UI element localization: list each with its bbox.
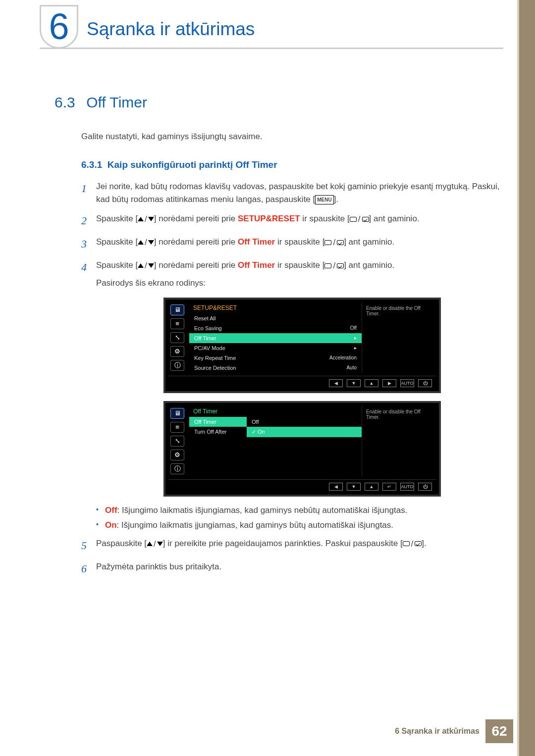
t: ] norėdami pereiti prie — [154, 237, 238, 247]
t: ir spauskite [ — [275, 260, 324, 270]
step-text: Spauskite [ / ] norėdami pereiti prie Of… — [96, 259, 500, 290]
gear-icon: ⚙ — [170, 450, 184, 460]
step-number: 1 — [81, 180, 96, 205]
keyword: Off — [105, 505, 117, 515]
osd-row: Turn Off After — [189, 427, 247, 437]
osd-nav-bar: ◀▼▲▶AUTO⏻ — [168, 376, 436, 388]
osd-dropdown: Off✓ On — [247, 417, 362, 437]
monitor-icon: 🖥 — [170, 304, 184, 315]
osd-sidebar: 🖥 ≡ ⤡ ⚙ ⓘ — [168, 406, 189, 476]
osd-row: Source DetectionAuto — [189, 363, 362, 373]
steps-list-2: 5 Paspauskite [ / ] ir pereikite prie pa… — [81, 537, 500, 577]
side-stripe — [519, 0, 535, 756]
step-3: 3 Spauskite [ / ] norėdami pereiti prie … — [81, 236, 500, 252]
t: ] norėdami pereiti prie — [154, 214, 238, 223]
page-footer: 6 Sąranka ir atkūrimas 62 — [395, 719, 513, 743]
up-down-icon: / — [138, 236, 154, 249]
gear-icon: ⚙ — [170, 346, 184, 357]
osd-title: SETUP&RESET — [189, 302, 362, 313]
osd-nav-button: ▲ — [365, 379, 378, 387]
step1-text-a: Jei norite, kad būtų rodomas klavišų vad… — [96, 182, 500, 204]
osd-nav-button: ◀ — [329, 483, 343, 491]
content: 6.3 Off Timer Galite nustatyti, kad gami… — [0, 59, 535, 577]
osd-panel: 🖥 ≡ ⤡ ⚙ ⓘ SETUP&RESET Reset AllEco Savin… — [163, 298, 441, 393]
bullet-text: : Išjungimo laikmatis įjungiamas, kad ga… — [117, 520, 393, 530]
up-down-icon: / — [138, 213, 154, 226]
bullet-on: • On: Išjungimo laikmatis įjungiamas, ka… — [96, 520, 500, 530]
select-icon: / — [324, 259, 344, 272]
step-number: 6 — [81, 560, 96, 577]
osd-panel: 🖥 ≡ ⤡ ⚙ ⓘ Off Timer Off TimerTurn Off Af… — [163, 401, 441, 497]
bullet-dot: • — [96, 505, 105, 515]
osd-nav-button: ⏻ — [418, 379, 432, 387]
header-rule — [40, 48, 503, 49]
keyword: SETUP&RESET — [238, 214, 300, 223]
chapter-title: Sąranka ir atkūrimas — [87, 19, 255, 40]
step-text: Jei norite, kad būtų rodomas klavišų vad… — [96, 180, 500, 205]
osd-nav-bar: ◀▼▲↵AUTO⏻ — [168, 479, 436, 492]
osd-row: Off Timer▸ — [189, 333, 362, 343]
osd-nav-button: AUTO — [400, 379, 414, 387]
osd-nav-button: AUTO — [400, 483, 414, 491]
osd-nav-button: ◀ — [329, 379, 343, 387]
osd-nav-button: ↵ — [382, 483, 396, 491]
osd-sidebar: 🖥 ≡ ⤡ ⚙ ⓘ — [168, 302, 189, 373]
keyword: On — [105, 520, 117, 530]
t: Spauskite [ — [96, 214, 138, 223]
osd-nav-button: ▲ — [365, 483, 378, 491]
t: ] ant gaminio. — [344, 237, 394, 247]
list-icon: ≡ — [170, 422, 184, 433]
step-5: 5 Paspauskite [ / ] ir pereikite prie pa… — [81, 537, 500, 554]
osd-option: Off — [247, 417, 362, 427]
step4-after: Pasirodys šis ekrano rodinys: — [96, 277, 500, 290]
up-down-icon: / — [138, 259, 154, 272]
keyword: Off Timer — [238, 237, 275, 247]
osd-row: Reset All — [189, 313, 362, 323]
info-icon: ⓘ — [170, 463, 184, 474]
step-text: Pažymėta parinktis bus pritaikyta. — [96, 560, 500, 577]
subsection-title: Kaip sukonfigūruoti parinktį Off Timer — [107, 159, 277, 170]
t: ]. — [422, 539, 426, 548]
t: ir spauskite [ — [300, 214, 350, 223]
monitor-icon: 🖥 — [170, 408, 184, 419]
osd-nav-button: ▼ — [347, 483, 361, 491]
step-text: Spauskite [ / ] norėdami pereiti prie SE… — [96, 212, 500, 229]
osd-screenshot-1: 🖥 ≡ ⤡ ⚙ ⓘ SETUP&RESET Reset AllEco Savin… — [163, 298, 500, 393]
section-heading: 6.3 Off Timer — [54, 94, 500, 111]
osd-row: Key Repeat TimeAcceleration — [189, 353, 362, 363]
steps-list: 1 Jei norite, kad būtų rodomas klavišų v… — [81, 180, 500, 290]
footer-text: 6 Sąranka ir atkūrimas — [395, 727, 480, 736]
osd-option: ✓ On — [247, 427, 362, 437]
step-number: 4 — [81, 259, 96, 290]
info-icon: ⓘ — [170, 360, 184, 371]
t: ] ant gaminio. — [344, 260, 394, 270]
step-number: 5 — [81, 537, 96, 554]
step-text: Spauskite [ / ] norėdami pereiti prie Of… — [96, 236, 500, 252]
osd-nav-button: ▶ — [382, 379, 396, 387]
t: Paspauskite [ — [96, 539, 147, 548]
step-number: 2 — [81, 212, 96, 229]
subsection-number: 6.3.1 — [81, 159, 102, 170]
osd-row: Off Timer — [189, 417, 247, 427]
osd-row: Eco SavingOff — [189, 323, 362, 333]
resize-icon: ⤡ — [170, 436, 184, 447]
step-4: 4 Spauskite [ / ] norėdami pereiti prie … — [81, 259, 500, 290]
t: ] ant gaminio. — [369, 214, 420, 223]
t: ] ir pereikite prie pageidaujamos parink… — [163, 539, 403, 548]
osd-help: Enable or disable the Off Timer. — [362, 302, 436, 373]
osd-row: PC/AV Mode▸ — [189, 343, 362, 353]
section-number: 6.3 — [54, 94, 75, 111]
osd-menu: SETUP&RESET Reset AllEco SavingOffOff Ti… — [189, 302, 362, 373]
step-2: 2 Spauskite [ / ] norėdami pereiti prie … — [81, 212, 500, 229]
step1-text-b: ]. — [334, 195, 338, 204]
page-number: 62 — [485, 719, 513, 743]
step-number: 3 — [81, 236, 96, 252]
bullet-text: : Išjungimo laikmatis išjungiamas, kad g… — [117, 505, 408, 515]
bullets: • Off: Išjungimo laikmatis išjungiamas, … — [96, 505, 500, 530]
bullet-dot: • — [96, 520, 105, 530]
subsection-heading: 6.3.1 Kaip sukonfigūruoti parinktį Off T… — [81, 159, 500, 170]
osd-menu: Off Timer Off TimerTurn Off After Off✓ O… — [189, 406, 362, 476]
section-title: Off Timer — [86, 94, 147, 110]
osd-screenshot-2: 🖥 ≡ ⤡ ⚙ ⓘ Off Timer Off TimerTurn Off Af… — [163, 401, 500, 497]
t: ir spauskite [ — [275, 237, 324, 247]
